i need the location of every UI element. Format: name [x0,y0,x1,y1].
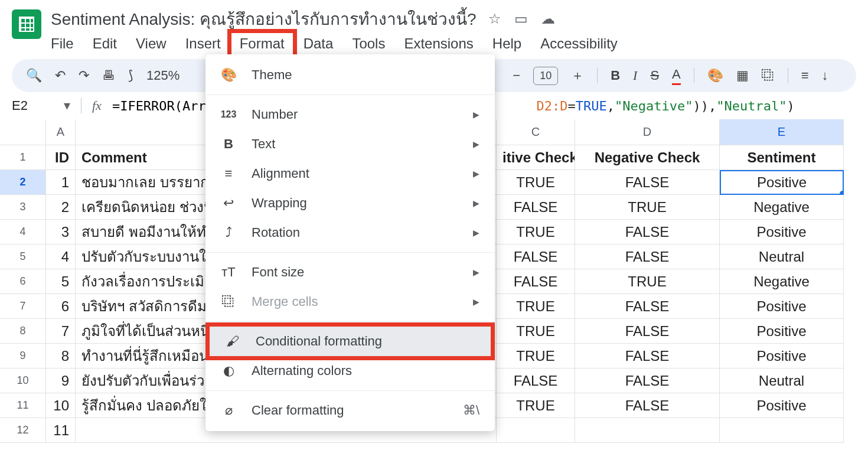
menu-edit[interactable]: Edit [93,35,117,52]
cell[interactable]: 6 [46,294,76,319]
cell[interactable]: FALSE [575,294,720,319]
cell[interactable]: TRUE [497,294,575,319]
select-all-corner[interactable] [0,119,46,145]
col-header-C[interactable]: C [497,119,575,145]
strikethrough-icon[interactable]: S [650,68,659,83]
col-header-A[interactable]: A [46,119,76,145]
undo-icon[interactable]: ↶ [55,68,66,83]
italic-icon[interactable]: I [633,68,637,83]
document-title[interactable]: Sentiment Analysis: คุณรู้สึกอย่างไรกับก… [51,6,477,32]
cell[interactable]: 3 [46,220,76,244]
cell[interactable]: FALSE [575,393,720,418]
star-icon[interactable]: ☆ [488,11,501,27]
cell[interactable]: FALSE [497,269,575,294]
cell[interactable]: TRUE [497,170,575,195]
cell[interactable] [497,418,575,443]
cell[interactable]: FALSE [575,220,720,244]
row-header[interactable]: 9 [0,344,46,369]
cell[interactable] [575,418,720,443]
menu-item-alternating-colors[interactable]: ◐ Alternating colors [205,356,495,386]
row-header[interactable]: 8 [0,319,46,344]
row-header[interactable]: 1 [0,145,46,170]
cell[interactable]: TRUE [497,393,575,418]
menu-item-wrapping[interactable]: ↩ Wrapping▶ [205,188,495,218]
cell[interactable]: Positive [720,393,844,418]
text-color-icon[interactable]: A [672,67,681,85]
move-folder-icon[interactable]: ▭ [514,11,528,27]
row-header[interactable]: 4 [0,220,46,244]
menu-item-theme[interactable]: 🎨 Theme [205,60,495,90]
cell[interactable]: 10 [46,393,76,418]
cell[interactable] [720,418,844,443]
cell[interactable]: TRUE [575,269,720,294]
menu-item-rotation[interactable]: ⤴ Rotation▶ [205,218,495,247]
print-icon[interactable]: 🖶 [102,68,115,83]
cell[interactable]: Negative [720,195,844,220]
cell[interactable]: 9 [46,369,76,393]
cell[interactable]: TRUE [575,195,720,220]
cell[interactable]: 5 [46,269,76,294]
menu-file[interactable]: File [51,35,74,52]
sheets-logo[interactable] [12,9,41,39]
cell[interactable]: 2 [46,195,76,220]
cell[interactable]: Negative Check [575,145,720,170]
cell[interactable]: ID [46,145,76,170]
menu-tools[interactable]: Tools [352,35,385,52]
name-box-dropdown-icon[interactable]: ▾ [64,98,70,113]
menu-item-font-size[interactable]: тT Font size▶ [205,257,495,287]
row-header[interactable]: 5 [0,244,46,269]
col-header-D[interactable]: D [575,119,720,145]
cell[interactable]: FALSE [497,195,575,220]
cell[interactable]: FALSE [497,244,575,269]
cell[interactable]: Sentiment [720,145,844,170]
cell[interactable]: TRUE [497,220,575,244]
selected-cell[interactable]: Positive [720,170,844,195]
merge-icon[interactable]: ⿻ [762,68,775,83]
cell[interactable]: Neutral [720,369,844,393]
cell[interactable]: 11 [46,418,76,443]
cell[interactable]: FALSE [575,319,720,344]
cell[interactable]: FALSE [575,369,720,393]
cell[interactable]: Positive [720,344,844,369]
menu-item-number[interactable]: 123 Number▶ [205,100,495,129]
menu-item-conditional-formatting[interactable]: 🖌 Conditional formatting [210,327,491,356]
menu-extensions[interactable]: Extensions [404,35,473,52]
cell[interactable]: FALSE [575,344,720,369]
zoom-level[interactable]: 125% [146,68,180,83]
cell[interactable]: TRUE [497,319,575,344]
font-size-input[interactable]: 10 [533,67,558,85]
cell[interactable]: Positive [720,319,844,344]
row-header[interactable]: 6 [0,269,46,294]
cell[interactable]: 4 [46,244,76,269]
borders-icon[interactable]: ▦ [736,68,749,83]
cell[interactable]: TRUE [497,344,575,369]
row-header[interactable]: 7 [0,294,46,319]
row-header[interactable]: 2 [0,170,46,195]
row-header[interactable]: 12 [0,418,46,443]
font-size-increase-icon[interactable]: ＋ [571,67,584,84]
cell[interactable]: Positive [720,294,844,319]
menu-data[interactable]: Data [304,35,334,52]
row-header[interactable]: 10 [0,369,46,393]
horizontal-align-icon[interactable]: ≡ [801,68,809,83]
menu-help[interactable]: Help [492,35,521,52]
cell[interactable]: Negative [720,269,844,294]
cell[interactable]: 7 [46,319,76,344]
cell[interactable]: FALSE [575,170,720,195]
paint-format-icon[interactable]: ⟆ [128,68,133,83]
bold-icon[interactable]: B [611,68,620,83]
menu-accessibility[interactable]: Accessibility [540,35,618,52]
col-header-E[interactable]: E [720,119,844,145]
row-header[interactable]: 11 [0,393,46,418]
row-header[interactable]: 3 [0,195,46,220]
name-box[interactable]: E2 [12,98,53,113]
menu-item-text[interactable]: B Text▶ [205,129,495,159]
font-size-decrease-icon[interactable]: − [513,68,520,83]
cell[interactable]: Positive [720,220,844,244]
cell[interactable]: 8 [46,344,76,369]
menu-insert[interactable]: Insert [185,35,221,52]
cell[interactable]: FALSE [497,369,575,393]
menu-item-clear-formatting[interactable]: ⌀ Clear formatting ⌘\ [205,396,495,425]
fill-color-icon[interactable]: 🎨 [707,68,723,83]
menu-item-alignment[interactable]: ≡ Alignment▶ [205,159,495,188]
